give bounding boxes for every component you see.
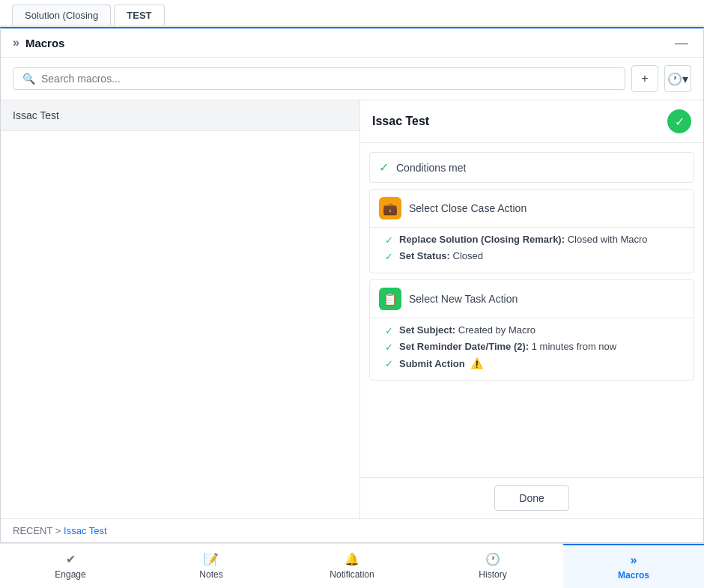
item-check-icon: ✓: [385, 234, 393, 246]
bottom-nav: ✔ Engage 📝 Notes 🔔 Notification 🕐 Histor…: [0, 543, 704, 588]
detail-panel: Issac Test ✓ ✓ Conditions met 💼: [360, 100, 703, 518]
action-item: ✓ Set Reminder Date/Time (2): 1 minutes …: [385, 341, 685, 353]
history-icon: 🕐: [485, 552, 500, 566]
notes-icon: 📝: [204, 552, 219, 566]
detail-footer: Done: [360, 477, 703, 518]
nav-item-macros[interactable]: » Macros: [563, 544, 704, 588]
list-empty-area: [1, 131, 359, 516]
conditions-check-icon: ✓: [379, 160, 389, 175]
close-case-icon: 💼: [379, 197, 401, 219]
panel-title: Macros: [25, 37, 672, 49]
panel-header: » Macros —: [1, 28, 703, 58]
close-case-action-card: 💼 Select Close Case Action ✓ Replace Sol…: [369, 189, 694, 273]
new-task-items: ✓ Set Subject: Created by Macro ✓ Set Re…: [370, 318, 694, 380]
detail-scroll-area[interactable]: ✓ Conditions met 💼 Select Close Case Act…: [360, 143, 703, 477]
breadcrumb-current-link[interactable]: Issac Test: [64, 525, 107, 536]
history-macro-button[interactable]: 🕐▾: [664, 65, 691, 92]
item-text: Set Subject: Created by Macro: [399, 324, 535, 336]
macros-panel: » Macros — 🔍 + 🕐▾ Issac Test Issac Test …: [0, 27, 704, 543]
macro-list-panel: Issac Test: [1, 100, 360, 518]
detail-check-icon: ✓: [667, 109, 691, 133]
tab-solution-closing[interactable]: Solution (Closing: [12, 4, 111, 25]
item-check-icon: ✓: [385, 325, 393, 336]
add-macro-button[interactable]: +: [631, 65, 658, 92]
action-item-submit: ✓ Submit Action ⚠️: [385, 357, 685, 369]
breadcrumb: RECENT > Issac Test: [1, 518, 703, 542]
notification-icon: 🔔: [345, 552, 359, 566]
suitcase-icon: 💼: [383, 201, 398, 216]
tab-test[interactable]: TEST: [114, 4, 164, 25]
item-text: Replace Solution (Closing Remark): Close…: [399, 234, 648, 245]
nav-item-engage[interactable]: ✔ Engage: [0, 544, 141, 588]
new-task-action-card: 📋 Select New Task Action ✓ Set Subject: …: [369, 279, 694, 381]
item-text: Submit Action ⚠️: [399, 357, 483, 369]
panel-chevron-icon: »: [13, 36, 19, 49]
nav-label-notes: Notes: [199, 569, 222, 580]
close-case-action-header: 💼 Select Close Case Action: [370, 190, 694, 228]
nav-item-notification[interactable]: 🔔 Notification: [282, 544, 422, 588]
close-case-title: Select Close Case Action: [409, 202, 527, 214]
search-input[interactable]: [41, 73, 616, 85]
macros-icon: »: [631, 554, 637, 567]
nav-label-engage: Engage: [55, 569, 85, 580]
nav-label-history: History: [479, 569, 506, 580]
breadcrumb-separator: >: [52, 525, 64, 536]
search-icon: 🔍: [22, 73, 35, 85]
action-item: ✓ Replace Solution (Closing Remark): Clo…: [385, 234, 685, 246]
detail-title: Issac Test: [372, 115, 429, 128]
nav-label-macros: Macros: [618, 570, 649, 581]
conditions-label: Conditions met: [396, 162, 466, 174]
history-clock-icon: 🕐▾: [667, 72, 688, 86]
top-tab-bar: Solution (Closing TEST: [0, 0, 704, 27]
nav-item-history[interactable]: 🕐 History: [422, 544, 563, 588]
action-item: ✓ Set Subject: Created by Macro: [385, 324, 685, 336]
new-task-title: Select New Task Action: [409, 293, 518, 305]
main-content: Issac Test Issac Test ✓ ✓ Conditions met: [1, 100, 703, 518]
item-text: Set Reminder Date/Time (2): 1 minutes fr…: [399, 341, 616, 352]
item-text: Set Status: Closed: [399, 250, 483, 261]
conditions-row: ✓ Conditions met: [369, 152, 694, 183]
warning-icon: ⚠️: [470, 357, 483, 369]
item-check-icon: ✓: [385, 358, 393, 369]
item-check-icon: ✓: [385, 342, 393, 353]
engage-icon: ✔: [66, 552, 76, 566]
list-item[interactable]: Issac Test: [1, 100, 359, 131]
new-task-action-header: 📋 Select New Task Action: [370, 280, 694, 318]
nav-label-notification: Notification: [330, 569, 374, 580]
action-item: ✓ Set Status: Closed: [385, 250, 685, 262]
nav-item-notes[interactable]: 📝 Notes: [141, 544, 282, 588]
item-check-icon: ✓: [385, 251, 393, 262]
done-button[interactable]: Done: [494, 485, 568, 511]
search-row: 🔍 + 🕐▾: [1, 58, 703, 100]
new-task-icon: 📋: [379, 288, 401, 310]
search-box: 🔍: [13, 67, 625, 90]
detail-header: Issac Test ✓: [360, 100, 703, 143]
list-icon: 📋: [383, 292, 398, 306]
breadcrumb-recent: RECENT: [13, 525, 52, 536]
close-case-items: ✓ Replace Solution (Closing Remark): Clo…: [370, 228, 694, 273]
minimize-button[interactable]: —: [672, 36, 691, 49]
